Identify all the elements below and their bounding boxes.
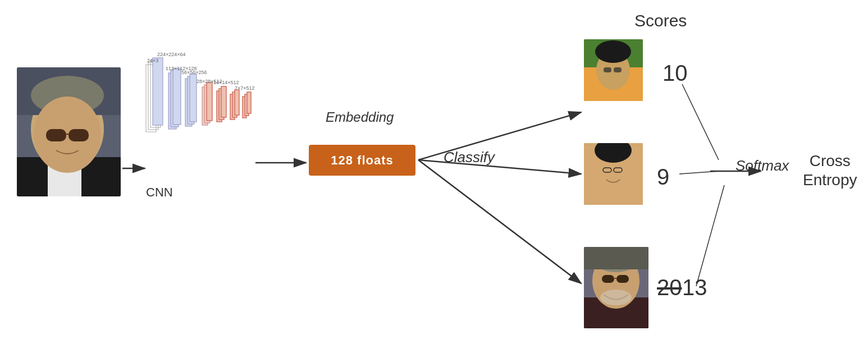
svg-rect-70 — [584, 247, 648, 328]
svg-rect-22 — [185, 79, 192, 126]
svg-text:56×56×256: 56×56×256 — [181, 70, 207, 75]
svg-rect-28 — [217, 91, 222, 122]
svg-rect-9 — [17, 67, 121, 115]
svg-rect-24 — [190, 74, 197, 122]
svg-rect-64 — [584, 143, 643, 205]
embedding-box: 128 floats — [309, 145, 415, 176]
svg-point-72 — [592, 253, 639, 309]
svg-rect-5 — [17, 157, 121, 196]
svg-rect-32 — [232, 92, 237, 117]
svg-rect-67 — [603, 168, 611, 172]
svg-point-73 — [591, 238, 641, 272]
svg-rect-60 — [604, 67, 611, 72]
svg-text:112×112×128: 112×112×128 — [166, 66, 197, 71]
svg-rect-17 — [150, 60, 161, 127]
svg-rect-63 — [584, 143, 643, 205]
cross-entropy-label: CrossEntropy — [803, 152, 857, 189]
svg-text:14×14×512: 14×14×512 — [213, 80, 239, 85]
svg-rect-30 — [221, 86, 226, 117]
svg-text:24×3: 24×3 — [147, 58, 158, 63]
svg-rect-18 — [153, 58, 163, 125]
svg-point-10 — [31, 76, 104, 115]
score-2: 9 — [657, 164, 669, 190]
svg-point-58 — [596, 51, 630, 90]
svg-rect-13 — [68, 129, 89, 141]
classify-label: Classify — [444, 149, 495, 166]
svg-rect-33 — [235, 90, 239, 115]
svg-rect-36 — [247, 92, 251, 113]
svg-line-51 — [679, 171, 719, 174]
svg-rect-56 — [584, 39, 643, 67]
svg-rect-3 — [584, 247, 648, 328]
svg-point-78 — [600, 290, 632, 305]
svg-rect-27 — [207, 82, 212, 121]
svg-rect-74 — [584, 247, 648, 269]
embedding-box-text: 128 floats — [331, 153, 394, 168]
svg-text:224×224×64: 224×224×64 — [157, 52, 186, 57]
svg-rect-16 — [148, 62, 158, 130]
svg-rect-61 — [614, 67, 622, 72]
score-1: 10 — [663, 61, 688, 86]
embedding-label: Embedding — [326, 109, 394, 125]
svg-rect-23 — [188, 76, 194, 124]
svg-rect-19 — [168, 73, 176, 129]
svg-point-8 — [29, 65, 106, 109]
svg-rect-75 — [602, 275, 614, 283]
svg-rect-21 — [173, 68, 181, 125]
svg-rect-12 — [46, 129, 66, 141]
svg-line-50 — [682, 84, 719, 160]
score-3-new: 13 — [682, 275, 707, 300]
svg-rect-2 — [584, 143, 643, 205]
svg-text:28×28×512: 28×28×512 — [197, 79, 222, 84]
svg-rect-57 — [584, 67, 643, 101]
svg-line-52 — [696, 185, 724, 286]
svg-text:7×7×512: 7×7×512 — [235, 85, 255, 91]
svg-rect-0 — [17, 67, 121, 196]
svg-line-47 — [418, 160, 581, 174]
svg-rect-1 — [584, 39, 643, 101]
svg-rect-15 — [146, 65, 156, 132]
diagram-container: 24×3 224×224×64 112×112×128 56×56×256 28… — [0, 0, 868, 344]
svg-rect-76 — [616, 275, 629, 283]
svg-rect-4 — [17, 67, 121, 196]
svg-rect-31 — [230, 94, 235, 120]
svg-rect-6 — [48, 163, 81, 196]
svg-point-66 — [595, 138, 632, 163]
svg-rect-71 — [584, 297, 648, 328]
svg-point-65 — [596, 150, 630, 192]
svg-point-59 — [595, 40, 631, 63]
svg-rect-20 — [171, 71, 179, 127]
svg-rect-26 — [204, 85, 210, 123]
svg-rect-25 — [202, 87, 208, 125]
svg-line-48 — [418, 160, 581, 283]
svg-rect-34 — [243, 97, 246, 118]
svg-point-7 — [31, 87, 104, 171]
svg-rect-55 — [584, 39, 643, 101]
svg-rect-54 — [584, 39, 643, 101]
score-3-old: 20 — [657, 275, 682, 300]
softmax-label: Softmax — [735, 157, 789, 175]
scores-header: Scores — [634, 11, 687, 30]
svg-rect-62 — [584, 143, 643, 205]
svg-point-11 — [34, 97, 101, 173]
svg-rect-29 — [219, 89, 224, 120]
cnn-label: CNN — [146, 185, 173, 200]
svg-rect-69 — [584, 247, 648, 328]
svg-rect-35 — [245, 94, 249, 116]
svg-line-46 — [418, 112, 581, 160]
svg-rect-68 — [614, 168, 622, 172]
